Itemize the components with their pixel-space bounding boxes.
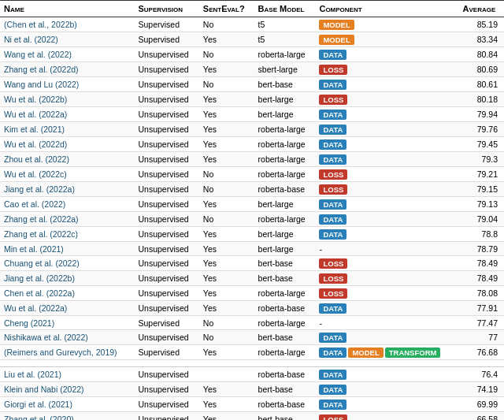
cell-supervision: Supervised (134, 316, 198, 330)
component-badge: LOSS (319, 184, 347, 195)
table-row: Nishikawa et al. (2022)UnsupervisedNober… (0, 330, 504, 345)
cell-supervision: Unsupervised (134, 107, 198, 122)
cell-name[interactable]: Wu et al. (2022b) (0, 92, 134, 107)
cell-basemodel: roberta-large (254, 122, 316, 137)
cell-supervision: Unsupervised (134, 397, 198, 412)
cell-senteval: Yes (199, 107, 254, 122)
cell-supervision: Unsupervised (134, 271, 198, 286)
component-badge: LOSS (319, 288, 347, 299)
component-badge: LOSS (319, 169, 347, 180)
cell-name[interactable]: Chuang et al. (2022) (0, 256, 134, 271)
cell-basemodel: bert-large (254, 197, 316, 212)
table-row: Ni et al. (2022)SupervisedYest5MODEL83.3… (0, 32, 504, 47)
table-row: Wu et al. (2022a)UnsupervisedYesroberta-… (0, 301, 504, 316)
cell-name[interactable]: Wang and Lu (2022) (0, 77, 134, 92)
cell-senteval: Yes (199, 397, 254, 412)
cell-name[interactable]: Nishikawa et al. (2022) (0, 330, 134, 345)
cell-name[interactable]: Min et al. (2021) (0, 242, 134, 256)
cell-name[interactable]: Wu et al. (2022c) (0, 167, 134, 182)
cell-component: LOSS (315, 92, 458, 107)
cell-senteval: Yes (199, 92, 254, 107)
cell-name[interactable]: Zhang et al. (2020) (0, 412, 134, 421)
main-table-container: Name Supervision SentEval? Base Model Co… (0, 0, 504, 420)
cell-name[interactable]: Zhang et al. (2022a) (0, 212, 134, 227)
table-row: Liu et al. (2021)Unsupervisedroberta-bas… (0, 367, 504, 382)
table-row: Cheng (2021)SupervisedNoroberta-large-77… (0, 316, 504, 330)
cell-component: LOSS (315, 271, 458, 286)
cell-name[interactable]: (Reimers and Gurevych, 2019) (0, 345, 134, 360)
cell-average: 77 (459, 330, 504, 345)
cell-name[interactable]: Wang et al. (2022) (0, 47, 134, 62)
component-badge: LOSS (319, 414, 347, 421)
cell-supervision: Supervised (134, 345, 198, 360)
cell-basemodel: bert-large (254, 92, 316, 107)
cell-supervision: Unsupervised (134, 92, 198, 107)
cell-average: 74.19 (459, 382, 504, 397)
table-row: Chuang et al. (2022)UnsupervisedYesbert-… (0, 256, 504, 271)
cell-component: LOSS (315, 286, 458, 301)
cell-name[interactable]: Jiang et al. (2022b) (0, 271, 134, 286)
cell-name[interactable]: Wu et al. (2022a) (0, 107, 134, 122)
component-badge: MODEL (348, 348, 383, 358)
cell-name[interactable]: Wu et al. (2022d) (0, 137, 134, 152)
component-badge: DATA (319, 385, 346, 395)
cell-name[interactable]: Liu et al. (2021) (0, 367, 134, 382)
cell-name[interactable]: Zhou et al. (2022) (0, 152, 134, 167)
cell-component: - (315, 316, 458, 330)
cell-senteval: No (199, 167, 254, 182)
component-badge: DATA (319, 80, 346, 90)
cell-name[interactable]: Cheng (2021) (0, 316, 134, 330)
cell-senteval: No (199, 316, 254, 330)
cell-supervision: Unsupervised (134, 77, 198, 92)
component-badge: LOSS (319, 273, 347, 284)
cell-name[interactable]: Giorgi et al. (2021) (0, 397, 134, 412)
cell-basemodel: roberta-large (254, 345, 316, 360)
cell-senteval: Yes (199, 122, 254, 137)
component-badge: DATA (319, 214, 346, 225)
cell-basemodel: bert-base (254, 77, 316, 92)
table-header-row: Name Supervision SentEval? Base Model Co… (0, 1, 504, 17)
cell-supervision: Unsupervised (134, 122, 198, 137)
cell-senteval: Yes (199, 412, 254, 421)
cell-name[interactable]: Chen et al. (2022a) (0, 286, 134, 301)
cell-component: DATA (315, 197, 458, 212)
cell-average: 78.08 (459, 286, 504, 301)
col-header-component: Component (315, 1, 458, 17)
cell-average: 79.13 (459, 197, 504, 212)
cell-average: 80.61 (459, 77, 504, 92)
cell-senteval: Yes (199, 152, 254, 167)
col-header-basemodel: Base Model (254, 1, 316, 17)
cell-basemodel: bert-base (254, 412, 316, 421)
cell-average: 76.68 (459, 345, 504, 360)
component-badge: MODEL (319, 35, 354, 45)
cell-name[interactable]: Ni et al. (2022) (0, 32, 134, 47)
cell-average: 77.91 (459, 301, 504, 316)
table-row: Kim et al. (2021)UnsupervisedYesroberta-… (0, 122, 504, 137)
cell-average: 77.47 (459, 316, 504, 330)
col-header-average: Average (459, 1, 504, 17)
col-header-supervision: Supervision (134, 1, 198, 17)
component-badge: DATA (319, 400, 346, 410)
component-badge: LOSS (319, 258, 347, 269)
cell-name[interactable]: Kim et al. (2021) (0, 122, 134, 137)
cell-average: 66.58 (459, 412, 504, 421)
cell-basemodel: bert-base (254, 256, 316, 271)
cell-name[interactable]: (Chen et al., 2022b) (0, 17, 134, 32)
cell-name[interactable]: Zhang et al. (2022d) (0, 62, 134, 77)
cell-name[interactable]: Zhang et al. (2022c) (0, 227, 134, 242)
cell-supervision: Unsupervised (134, 62, 198, 77)
cell-senteval: Yes (199, 227, 254, 242)
table-row: Cao et al. (2022)UnsupervisedYesbert-lar… (0, 197, 504, 212)
cell-name[interactable]: Jiang et al. (2022a) (0, 182, 134, 197)
component-badge: MODEL (319, 20, 354, 30)
cell-name[interactable]: Klein and Nabi (2022) (0, 382, 134, 397)
table-row: Wu et al. (2022b)UnsupervisedYesbert-lar… (0, 92, 504, 107)
cell-basemodel: bert-large (254, 242, 316, 256)
component-badge: DATA (319, 139, 346, 150)
cell-senteval: Yes (199, 256, 254, 271)
cell-supervision: Supervised (134, 17, 198, 32)
cell-name[interactable]: Wu et al. (2022a) (0, 301, 134, 316)
cell-basemodel: roberta-large (254, 286, 316, 301)
cell-name[interactable]: Cao et al. (2022) (0, 197, 134, 212)
cell-supervision: Unsupervised (134, 242, 198, 256)
